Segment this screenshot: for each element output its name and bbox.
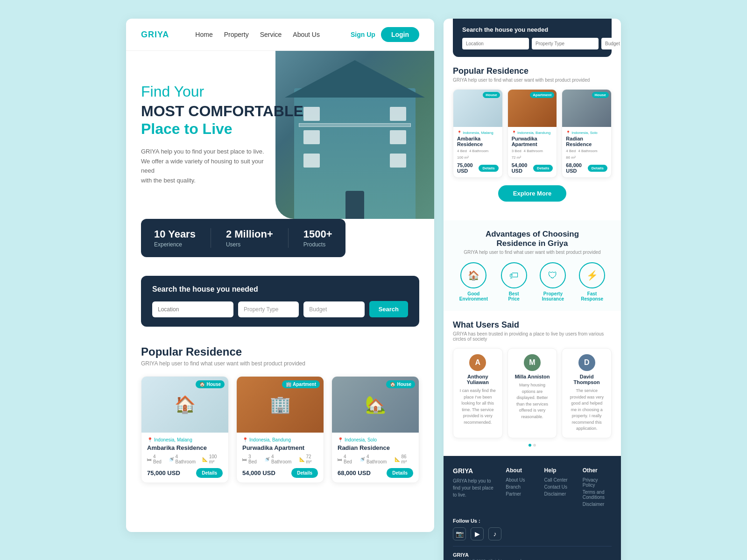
card-body-1: 📍 Indonesia, Bandung Purwadika Apartment…: [237, 433, 324, 483]
login-button[interactable]: Login: [381, 27, 419, 42]
card-name-1: Purwadika Apartment: [242, 444, 318, 451]
right-details-button-0[interactable]: Details: [479, 165, 498, 172]
stat-divider-2: [288, 228, 289, 248]
stat-products-value: 1500+: [303, 228, 332, 240]
stat-divider-1: [211, 228, 211, 248]
right-card-img-1: Apartment: [508, 90, 557, 127]
adv-label-0: GoodEnvironment: [459, 291, 488, 301]
right-card-name-1: Purwadika Apartment: [512, 136, 553, 147]
testimonial-avatar-1: M: [524, 354, 541, 371]
right-card-name-0: Ambarika Residence: [457, 136, 499, 147]
testimonial-name-2: David Thompson: [568, 374, 606, 385]
nav-service[interactable]: Service: [260, 31, 282, 38]
nav-actions: Sign Up Login: [351, 27, 419, 42]
signup-button[interactable]: Sign Up: [351, 31, 375, 38]
testimonials-desc: GRIYA has been trusted in providing a pl…: [453, 331, 612, 342]
stat-users-value: 2 Million+: [226, 228, 273, 240]
search-budget-select[interactable]: Budget: [303, 301, 364, 317]
navbar: GRIYA Home Property Service About Us Sig…: [126, 19, 434, 51]
nav-home[interactable]: Home: [195, 31, 212, 38]
testimonial-card-2: D David Thompson The service provided wa…: [562, 348, 612, 438]
footer-contact-us[interactable]: Contact Us: [544, 484, 573, 490]
footer-disclaimer-help[interactable]: Disclaimer: [544, 491, 573, 497]
right-card-1: Apartment 📍 Indonesia, Bandung Purwadika…: [507, 89, 557, 178]
details-button-0[interactable]: Details: [196, 468, 223, 478]
right-popular-desc: GRIYA help user to find what user want w…: [453, 77, 612, 83]
right-card-badge-0: House: [483, 92, 500, 98]
right-card-specs-2: 4 Bed 4 Bathroom 86 m²: [566, 149, 607, 160]
right-budget-input[interactable]: [601, 38, 621, 49]
stat-experience-value: 10 Years: [154, 228, 196, 240]
testimonial-text-1: Many housing options are displayed. Bett…: [514, 382, 551, 420]
stats-box: 10 Years Experience 2 Million+ Users 150…: [141, 219, 345, 257]
adv-best-price: 🏷 BestPrice: [501, 262, 527, 301]
right-details-button-2[interactable]: Details: [588, 165, 607, 172]
right-card-2: House 📍 Indonesia, Solo Radian Residence…: [562, 89, 612, 178]
card-specs-2: 🛏 4 Bed 🚿 4 Bathroom 📐 86 m²: [338, 454, 413, 464]
footer-about-col: About About Us Branch Partner: [506, 467, 535, 509]
footer-partner[interactable]: Partner: [506, 491, 535, 497]
footer-terms[interactable]: Terms and Conditions: [583, 490, 612, 500]
testimonial-card-0: A Anthony Yuliawan I can easily find the…: [453, 348, 503, 438]
right-card-location-1: 📍 Indonesia, Bandung: [512, 131, 553, 135]
dot-1[interactable]: [533, 444, 536, 447]
nav-property[interactable]: Property: [224, 31, 249, 38]
footer-follow-section: Follow Us : 📷 ▶ ♪: [453, 518, 612, 540]
footer-disclaimer-other[interactable]: Disclaimer: [583, 502, 612, 507]
right-card-img-2: House: [562, 90, 611, 127]
right-details-button-1[interactable]: Details: [533, 165, 553, 172]
footer-help-col: Help Call Center Contact Us Disclaimer: [544, 467, 573, 509]
card-name-0: Ambarika Residence: [147, 444, 223, 451]
right-search-row: Search: [462, 38, 602, 49]
card-price-0: 75,000 USD: [147, 469, 180, 476]
nav-about[interactable]: About Us: [293, 31, 320, 38]
stat-products: 1500+ Products: [303, 228, 332, 248]
popular-desc: GRIYA help user to find what user want w…: [141, 360, 419, 367]
search-location-input[interactable]: [152, 301, 233, 317]
footer-call-center[interactable]: Call Center: [544, 477, 573, 483]
adv-label-1: BestPrice: [508, 291, 519, 301]
search-row: Property Type Budget Search: [152, 301, 408, 317]
footer-branch[interactable]: Branch: [506, 484, 535, 490]
hero-section: Find Your MOST COMFORTABLE Place to Live…: [126, 51, 434, 219]
right-card-0: House 📍 Indonesia, Malang Ambarika Resid…: [453, 89, 503, 178]
search-title: Search the house you needed: [152, 285, 408, 294]
card-badge-2: 🏠 House: [386, 380, 415, 388]
tiktok-icon[interactable]: ♪: [488, 527, 501, 540]
dot-0[interactable]: [529, 444, 531, 447]
card-beds-1: 🛏 3 Bed: [242, 454, 261, 464]
details-button-1[interactable]: Details: [291, 468, 318, 478]
footer-about-us[interactable]: About Us: [506, 477, 535, 483]
card-footer-0: 75,000 USD Details: [147, 468, 223, 478]
instagram-icon[interactable]: 📷: [453, 527, 466, 540]
search-type-select[interactable]: Property Type: [238, 301, 299, 317]
right-card-location-2: 📍 Indonesia, Solo: [566, 131, 607, 135]
footer-copyright: Copyright © 2025, All rights reserved: [453, 559, 612, 560]
details-button-2[interactable]: Details: [387, 468, 413, 478]
card-beds-2: 🛏 4 Bed: [338, 454, 356, 464]
hero-description: GRIYA help you to find your best place t…: [141, 147, 272, 186]
property-card-1: 🏢 Apartment 🏢 📍 Indonesia, Bandung Purwa…: [236, 376, 324, 483]
hero-title-line3: Place to Live: [141, 120, 419, 138]
right-search-container: Search the house you needed Search: [444, 19, 621, 57]
explore-more-button[interactable]: Explore More: [498, 185, 566, 202]
right-card-badge-1: Apartment: [530, 92, 554, 98]
logo: GRIYA: [141, 30, 169, 40]
footer-follow-label: Follow Us :: [453, 518, 612, 524]
right-card-specs-1: 3 Bed 4 Bathroom 72 m²: [512, 149, 553, 160]
search-button[interactable]: Search: [369, 301, 408, 317]
card-footer-1: 54,000 USD Details: [242, 468, 318, 478]
property-cards-row: 🏠 House 🏠 📍 Indonesia, Malang Ambarika R…: [141, 376, 419, 483]
right-type-input[interactable]: [532, 38, 599, 49]
right-search-box: Search the house you needed Search: [453, 19, 612, 57]
property-insurance-icon: 🛡: [540, 262, 566, 288]
right-panel: Search the house you needed Search Popul…: [444, 19, 621, 560]
right-location-input[interactable]: [462, 38, 529, 49]
youtube-icon[interactable]: ▶: [471, 527, 484, 540]
card-area-2: 📐 86 m²: [395, 454, 413, 464]
card-price-2: 68,000 USD: [338, 469, 371, 476]
footer-privacy[interactable]: Privacy Policy: [583, 477, 612, 488]
card-img-1: 🏢 Apartment 🏢: [237, 377, 324, 433]
left-panel: GRIYA Home Property Service About Us Sig…: [126, 19, 434, 532]
card-baths-2: 🚿 4 Bathroom: [359, 454, 391, 464]
